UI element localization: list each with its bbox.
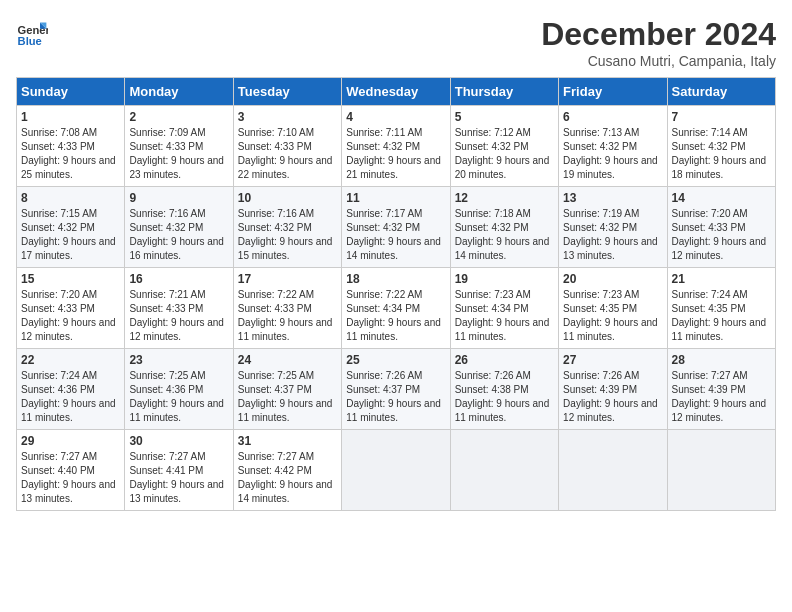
day-number: 15 [21, 272, 120, 286]
day-cell: 29 Sunrise: 7:27 AM Sunset: 4:40 PM Dayl… [17, 430, 125, 511]
day-number: 25 [346, 353, 445, 367]
day-number: 21 [672, 272, 771, 286]
day-cell [667, 430, 775, 511]
day-info: Sunrise: 7:25 AM Sunset: 4:36 PM Dayligh… [129, 369, 228, 425]
week-row-2: 8 Sunrise: 7:15 AM Sunset: 4:32 PM Dayli… [17, 187, 776, 268]
day-number: 9 [129, 191, 228, 205]
day-number: 26 [455, 353, 554, 367]
header-friday: Friday [559, 78, 667, 106]
day-info: Sunrise: 7:10 AM Sunset: 4:33 PM Dayligh… [238, 126, 337, 182]
day-info: Sunrise: 7:27 AM Sunset: 4:41 PM Dayligh… [129, 450, 228, 506]
calendar-header-row: SundayMondayTuesdayWednesdayThursdayFrid… [17, 78, 776, 106]
day-cell: 11 Sunrise: 7:17 AM Sunset: 4:32 PM Dayl… [342, 187, 450, 268]
day-number: 1 [21, 110, 120, 124]
header-saturday: Saturday [667, 78, 775, 106]
day-cell: 15 Sunrise: 7:20 AM Sunset: 4:33 PM Dayl… [17, 268, 125, 349]
day-info: Sunrise: 7:18 AM Sunset: 4:32 PM Dayligh… [455, 207, 554, 263]
day-number: 24 [238, 353, 337, 367]
day-number: 5 [455, 110, 554, 124]
day-cell: 8 Sunrise: 7:15 AM Sunset: 4:32 PM Dayli… [17, 187, 125, 268]
page-header: General Blue December 2024 Cusano Mutri,… [16, 16, 776, 69]
day-cell: 24 Sunrise: 7:25 AM Sunset: 4:37 PM Dayl… [233, 349, 341, 430]
day-cell: 22 Sunrise: 7:24 AM Sunset: 4:36 PM Dayl… [17, 349, 125, 430]
day-cell: 9 Sunrise: 7:16 AM Sunset: 4:32 PM Dayli… [125, 187, 233, 268]
logo: General Blue [16, 16, 48, 48]
day-info: Sunrise: 7:26 AM Sunset: 4:37 PM Dayligh… [346, 369, 445, 425]
day-number: 11 [346, 191, 445, 205]
calendar-table: SundayMondayTuesdayWednesdayThursdayFrid… [16, 77, 776, 511]
day-info: Sunrise: 7:27 AM Sunset: 4:40 PM Dayligh… [21, 450, 120, 506]
day-cell: 13 Sunrise: 7:19 AM Sunset: 4:32 PM Dayl… [559, 187, 667, 268]
day-number: 14 [672, 191, 771, 205]
day-info: Sunrise: 7:11 AM Sunset: 4:32 PM Dayligh… [346, 126, 445, 182]
day-cell: 19 Sunrise: 7:23 AM Sunset: 4:34 PM Dayl… [450, 268, 558, 349]
day-cell: 20 Sunrise: 7:23 AM Sunset: 4:35 PM Dayl… [559, 268, 667, 349]
header-tuesday: Tuesday [233, 78, 341, 106]
day-cell: 7 Sunrise: 7:14 AM Sunset: 4:32 PM Dayli… [667, 106, 775, 187]
day-cell: 27 Sunrise: 7:26 AM Sunset: 4:39 PM Dayl… [559, 349, 667, 430]
day-cell: 26 Sunrise: 7:26 AM Sunset: 4:38 PM Dayl… [450, 349, 558, 430]
day-info: Sunrise: 7:13 AM Sunset: 4:32 PM Dayligh… [563, 126, 662, 182]
day-cell: 30 Sunrise: 7:27 AM Sunset: 4:41 PM Dayl… [125, 430, 233, 511]
day-info: Sunrise: 7:12 AM Sunset: 4:32 PM Dayligh… [455, 126, 554, 182]
day-cell: 31 Sunrise: 7:27 AM Sunset: 4:42 PM Dayl… [233, 430, 341, 511]
day-number: 13 [563, 191, 662, 205]
day-number: 27 [563, 353, 662, 367]
calendar-subtitle: Cusano Mutri, Campania, Italy [541, 53, 776, 69]
day-number: 23 [129, 353, 228, 367]
day-info: Sunrise: 7:26 AM Sunset: 4:39 PM Dayligh… [563, 369, 662, 425]
week-row-5: 29 Sunrise: 7:27 AM Sunset: 4:40 PM Dayl… [17, 430, 776, 511]
svg-text:Blue: Blue [18, 35, 42, 47]
day-info: Sunrise: 7:25 AM Sunset: 4:37 PM Dayligh… [238, 369, 337, 425]
day-info: Sunrise: 7:09 AM Sunset: 4:33 PM Dayligh… [129, 126, 228, 182]
day-info: Sunrise: 7:19 AM Sunset: 4:32 PM Dayligh… [563, 207, 662, 263]
day-cell [559, 430, 667, 511]
day-cell: 12 Sunrise: 7:18 AM Sunset: 4:32 PM Dayl… [450, 187, 558, 268]
day-number: 18 [346, 272, 445, 286]
day-info: Sunrise: 7:27 AM Sunset: 4:39 PM Dayligh… [672, 369, 771, 425]
day-cell: 28 Sunrise: 7:27 AM Sunset: 4:39 PM Dayl… [667, 349, 775, 430]
day-info: Sunrise: 7:24 AM Sunset: 4:36 PM Dayligh… [21, 369, 120, 425]
day-cell: 14 Sunrise: 7:20 AM Sunset: 4:33 PM Dayl… [667, 187, 775, 268]
header-monday: Monday [125, 78, 233, 106]
day-info: Sunrise: 7:17 AM Sunset: 4:32 PM Dayligh… [346, 207, 445, 263]
header-thursday: Thursday [450, 78, 558, 106]
day-number: 31 [238, 434, 337, 448]
day-number: 6 [563, 110, 662, 124]
day-info: Sunrise: 7:15 AM Sunset: 4:32 PM Dayligh… [21, 207, 120, 263]
day-number: 17 [238, 272, 337, 286]
day-info: Sunrise: 7:08 AM Sunset: 4:33 PM Dayligh… [21, 126, 120, 182]
day-info: Sunrise: 7:24 AM Sunset: 4:35 PM Dayligh… [672, 288, 771, 344]
day-info: Sunrise: 7:26 AM Sunset: 4:38 PM Dayligh… [455, 369, 554, 425]
day-cell: 23 Sunrise: 7:25 AM Sunset: 4:36 PM Dayl… [125, 349, 233, 430]
day-cell: 10 Sunrise: 7:16 AM Sunset: 4:32 PM Dayl… [233, 187, 341, 268]
week-row-4: 22 Sunrise: 7:24 AM Sunset: 4:36 PM Dayl… [17, 349, 776, 430]
day-number: 29 [21, 434, 120, 448]
day-cell: 3 Sunrise: 7:10 AM Sunset: 4:33 PM Dayli… [233, 106, 341, 187]
title-section: December 2024 Cusano Mutri, Campania, It… [541, 16, 776, 69]
day-number: 8 [21, 191, 120, 205]
week-row-3: 15 Sunrise: 7:20 AM Sunset: 4:33 PM Dayl… [17, 268, 776, 349]
logo-icon: General Blue [16, 16, 48, 48]
day-cell [450, 430, 558, 511]
day-cell: 18 Sunrise: 7:22 AM Sunset: 4:34 PM Dayl… [342, 268, 450, 349]
day-info: Sunrise: 7:20 AM Sunset: 4:33 PM Dayligh… [672, 207, 771, 263]
day-info: Sunrise: 7:16 AM Sunset: 4:32 PM Dayligh… [129, 207, 228, 263]
day-number: 30 [129, 434, 228, 448]
day-cell [342, 430, 450, 511]
day-cell: 1 Sunrise: 7:08 AM Sunset: 4:33 PM Dayli… [17, 106, 125, 187]
calendar-title: December 2024 [541, 16, 776, 53]
day-cell: 2 Sunrise: 7:09 AM Sunset: 4:33 PM Dayli… [125, 106, 233, 187]
day-number: 12 [455, 191, 554, 205]
week-row-1: 1 Sunrise: 7:08 AM Sunset: 4:33 PM Dayli… [17, 106, 776, 187]
header-sunday: Sunday [17, 78, 125, 106]
day-number: 4 [346, 110, 445, 124]
day-cell: 25 Sunrise: 7:26 AM Sunset: 4:37 PM Dayl… [342, 349, 450, 430]
day-info: Sunrise: 7:20 AM Sunset: 4:33 PM Dayligh… [21, 288, 120, 344]
day-info: Sunrise: 7:21 AM Sunset: 4:33 PM Dayligh… [129, 288, 228, 344]
day-number: 10 [238, 191, 337, 205]
day-info: Sunrise: 7:22 AM Sunset: 4:33 PM Dayligh… [238, 288, 337, 344]
day-number: 3 [238, 110, 337, 124]
day-cell: 16 Sunrise: 7:21 AM Sunset: 4:33 PM Dayl… [125, 268, 233, 349]
day-cell: 4 Sunrise: 7:11 AM Sunset: 4:32 PM Dayli… [342, 106, 450, 187]
